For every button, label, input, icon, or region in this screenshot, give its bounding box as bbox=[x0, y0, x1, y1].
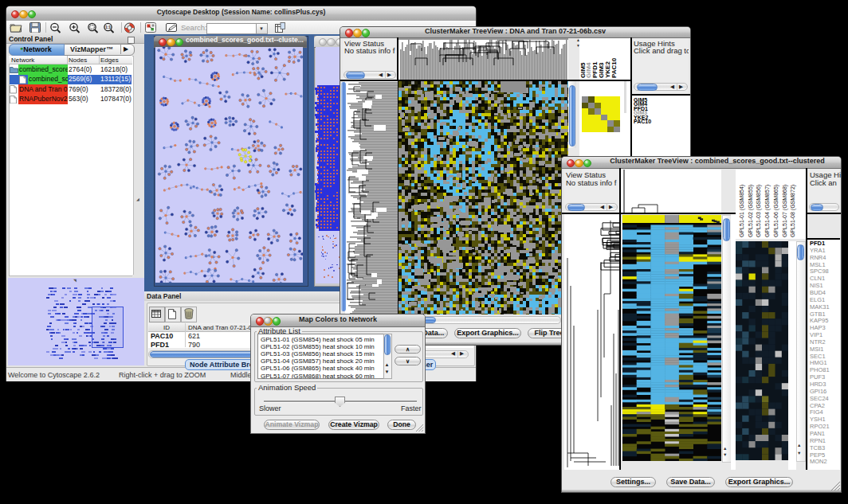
svg-text:PAC10: PAC10 bbox=[610, 57, 618, 78]
svg-text:GPL51-04 (GSM857): GPL51-04 (GSM857) bbox=[764, 185, 771, 237]
svg-text:GPL51-08 (GSM872): GPL51-08 (GSM872) bbox=[790, 185, 796, 237]
svg-text:1:1: 1:1 bbox=[105, 25, 111, 29]
svg-text:GPL51-03 (GSM856): GPL51-03 (GSM856) bbox=[756, 185, 762, 237]
svg-text:GPL51-06 (GSM865): GPL51-06 (GSM865) bbox=[773, 185, 779, 237]
svg-text:GPL51-02 (GSM855): GPL51-02 (GSM855) bbox=[748, 185, 754, 237]
svg-text:GPL51-07 (GSM868): GPL51-07 (GSM868) bbox=[782, 185, 788, 237]
svg-text:GPL51-01 (GSM854): GPL51-01 (GSM854) bbox=[739, 185, 745, 237]
